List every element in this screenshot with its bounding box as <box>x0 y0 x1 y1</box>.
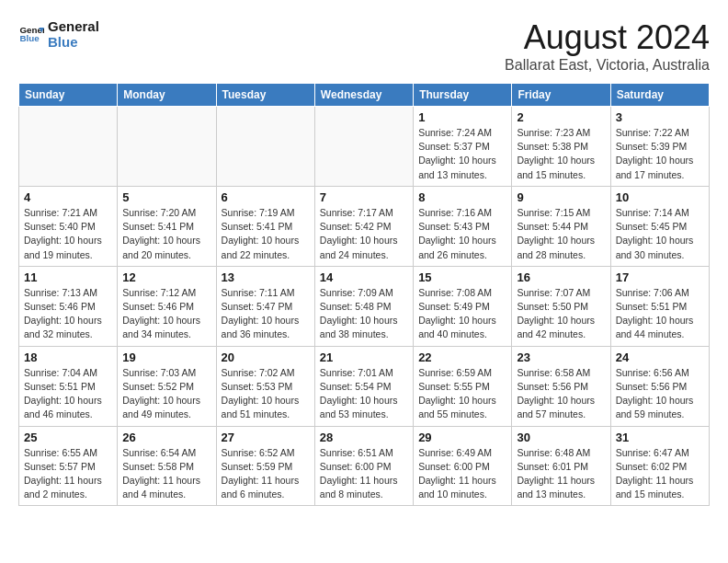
calendar-cell <box>314 107 413 187</box>
calendar-cell: 25Sunrise: 6:55 AMSunset: 5:57 PMDayligh… <box>19 426 118 506</box>
day-number: 22 <box>418 350 506 364</box>
calendar-body: 1Sunrise: 7:24 AMSunset: 5:37 PMDaylight… <box>19 107 710 506</box>
calendar-cell: 15Sunrise: 7:08 AMSunset: 5:49 PMDayligh… <box>414 266 512 346</box>
calendar-cell: 22Sunrise: 6:59 AMSunset: 5:55 PMDayligh… <box>414 346 512 426</box>
day-info: Sunrise: 7:14 AMSunset: 5:45 PMDaylight:… <box>616 206 704 262</box>
day-info: Sunrise: 7:23 AMSunset: 5:38 PMDaylight:… <box>517 126 605 182</box>
day-info: Sunrise: 6:59 AMSunset: 5:55 PMDaylight:… <box>418 366 506 422</box>
day-info: Sunrise: 7:11 AMSunset: 5:47 PMDaylight:… <box>222 286 310 342</box>
day-info: Sunrise: 6:51 AMSunset: 6:00 PMDaylight:… <box>320 446 408 502</box>
calendar-cell <box>118 107 216 187</box>
day-number: 1 <box>418 110 506 124</box>
calendar-cell: 17Sunrise: 7:06 AMSunset: 5:51 PMDayligh… <box>610 266 709 346</box>
col-header-sunday: Sunday <box>19 84 118 107</box>
logo: General Blue General Blue <box>18 18 99 50</box>
calendar-cell: 28Sunrise: 6:51 AMSunset: 6:00 PMDayligh… <box>314 426 413 506</box>
day-info: Sunrise: 7:16 AMSunset: 5:43 PMDaylight:… <box>418 206 506 262</box>
subtitle: Ballarat East, Victoria, Australia <box>505 57 710 74</box>
calendar-cell: 9Sunrise: 7:15 AMSunset: 5:44 PMDaylight… <box>512 186 610 266</box>
calendar-cell: 31Sunrise: 6:47 AMSunset: 6:02 PMDayligh… <box>610 426 709 506</box>
week-row-1: 1Sunrise: 7:24 AMSunset: 5:37 PMDaylight… <box>19 107 710 187</box>
calendar-cell: 6Sunrise: 7:19 AMSunset: 5:41 PMDaylight… <box>216 186 314 266</box>
day-number: 17 <box>616 270 704 284</box>
calendar-cell <box>216 107 314 187</box>
calendar-header-row: SundayMondayTuesdayWednesdayThursdayFrid… <box>19 84 710 107</box>
day-info: Sunrise: 7:06 AMSunset: 5:51 PMDaylight:… <box>616 286 704 342</box>
calendar-cell: 11Sunrise: 7:13 AMSunset: 5:46 PMDayligh… <box>19 266 118 346</box>
day-number: 6 <box>222 190 310 204</box>
day-info: Sunrise: 7:04 AMSunset: 5:51 PMDaylight:… <box>24 366 112 422</box>
day-info: Sunrise: 7:17 AMSunset: 5:42 PMDaylight:… <box>320 206 408 262</box>
day-number: 7 <box>320 190 408 204</box>
calendar-cell: 1Sunrise: 7:24 AMSunset: 5:37 PMDaylight… <box>414 107 512 187</box>
calendar-cell: 3Sunrise: 7:22 AMSunset: 5:39 PMDaylight… <box>610 107 709 187</box>
day-number: 23 <box>517 350 605 364</box>
day-number: 31 <box>616 431 704 444</box>
day-info: Sunrise: 7:15 AMSunset: 5:44 PMDaylight:… <box>517 206 605 262</box>
logo-text-general: General <box>48 18 99 34</box>
day-info: Sunrise: 7:21 AMSunset: 5:40 PMDaylight:… <box>24 206 112 262</box>
page-header: General Blue General Blue August 2024 Ba… <box>18 18 710 74</box>
day-number: 21 <box>320 350 408 364</box>
day-info: Sunrise: 7:20 AMSunset: 5:41 PMDaylight:… <box>122 206 210 262</box>
day-number: 30 <box>517 431 605 444</box>
calendar-cell: 30Sunrise: 6:48 AMSunset: 6:01 PMDayligh… <box>512 426 610 506</box>
day-info: Sunrise: 6:47 AMSunset: 6:02 PMDaylight:… <box>616 446 704 502</box>
day-info: Sunrise: 7:13 AMSunset: 5:46 PMDaylight:… <box>24 286 112 342</box>
day-number: 3 <box>616 110 704 124</box>
day-info: Sunrise: 7:02 AMSunset: 5:53 PMDaylight:… <box>222 366 310 422</box>
col-header-wednesday: Wednesday <box>314 84 413 107</box>
day-number: 10 <box>616 190 704 204</box>
day-info: Sunrise: 7:08 AMSunset: 5:49 PMDaylight:… <box>418 286 506 342</box>
day-info: Sunrise: 6:49 AMSunset: 6:00 PMDaylight:… <box>418 446 506 502</box>
week-row-3: 11Sunrise: 7:13 AMSunset: 5:46 PMDayligh… <box>19 266 710 346</box>
calendar-cell: 24Sunrise: 6:56 AMSunset: 5:56 PMDayligh… <box>610 346 709 426</box>
day-info: Sunrise: 6:54 AMSunset: 5:58 PMDaylight:… <box>122 446 210 502</box>
calendar-cell: 4Sunrise: 7:21 AMSunset: 5:40 PMDaylight… <box>19 186 118 266</box>
calendar-table: SundayMondayTuesdayWednesdayThursdayFrid… <box>18 83 710 506</box>
day-number: 8 <box>418 190 506 204</box>
day-info: Sunrise: 7:03 AMSunset: 5:52 PMDaylight:… <box>122 366 210 422</box>
day-info: Sunrise: 7:07 AMSunset: 5:50 PMDaylight:… <box>517 286 605 342</box>
day-number: 26 <box>122 431 210 444</box>
week-row-2: 4Sunrise: 7:21 AMSunset: 5:40 PMDaylight… <box>19 186 710 266</box>
col-header-monday: Monday <box>118 84 216 107</box>
calendar-cell: 18Sunrise: 7:04 AMSunset: 5:51 PMDayligh… <box>19 346 118 426</box>
calendar-cell: 5Sunrise: 7:20 AMSunset: 5:41 PMDaylight… <box>118 186 216 266</box>
week-row-5: 25Sunrise: 6:55 AMSunset: 5:57 PMDayligh… <box>19 426 710 506</box>
day-number: 9 <box>517 190 605 204</box>
day-number: 4 <box>24 190 112 204</box>
col-header-friday: Friday <box>512 84 610 107</box>
day-number: 14 <box>320 270 408 284</box>
calendar-cell: 12Sunrise: 7:12 AMSunset: 5:46 PMDayligh… <box>118 266 216 346</box>
day-number: 20 <box>222 350 310 364</box>
title-block: August 2024 Ballarat East, Victoria, Aus… <box>505 18 710 74</box>
day-number: 5 <box>122 190 210 204</box>
day-info: Sunrise: 7:22 AMSunset: 5:39 PMDaylight:… <box>616 126 704 182</box>
day-info: Sunrise: 7:19 AMSunset: 5:41 PMDaylight:… <box>222 206 310 262</box>
calendar-cell: 8Sunrise: 7:16 AMSunset: 5:43 PMDaylight… <box>414 186 512 266</box>
svg-text:Blue: Blue <box>19 33 40 43</box>
day-number: 18 <box>24 350 112 364</box>
logo-text-blue: Blue <box>48 34 99 50</box>
logo-icon: General Blue <box>18 21 44 47</box>
calendar-cell: 19Sunrise: 7:03 AMSunset: 5:52 PMDayligh… <box>118 346 216 426</box>
day-number: 16 <box>517 270 605 284</box>
day-info: Sunrise: 7:24 AMSunset: 5:37 PMDaylight:… <box>418 126 506 182</box>
col-header-tuesday: Tuesday <box>216 84 314 107</box>
col-header-saturday: Saturday <box>610 84 709 107</box>
day-number: 11 <box>24 270 112 284</box>
calendar-cell <box>19 107 118 187</box>
calendar-cell: 2Sunrise: 7:23 AMSunset: 5:38 PMDaylight… <box>512 107 610 187</box>
week-row-4: 18Sunrise: 7:04 AMSunset: 5:51 PMDayligh… <box>19 346 710 426</box>
day-number: 15 <box>418 270 506 284</box>
calendar-cell: 27Sunrise: 6:52 AMSunset: 5:59 PMDayligh… <box>216 426 314 506</box>
day-info: Sunrise: 6:55 AMSunset: 5:57 PMDaylight:… <box>24 446 112 502</box>
calendar-cell: 20Sunrise: 7:02 AMSunset: 5:53 PMDayligh… <box>216 346 314 426</box>
day-info: Sunrise: 7:09 AMSunset: 5:48 PMDaylight:… <box>320 286 408 342</box>
day-number: 12 <box>122 270 210 284</box>
col-header-thursday: Thursday <box>414 84 512 107</box>
calendar-cell: 7Sunrise: 7:17 AMSunset: 5:42 PMDaylight… <box>314 186 413 266</box>
day-number: 29 <box>418 431 506 444</box>
day-info: Sunrise: 6:52 AMSunset: 5:59 PMDaylight:… <box>222 446 310 502</box>
